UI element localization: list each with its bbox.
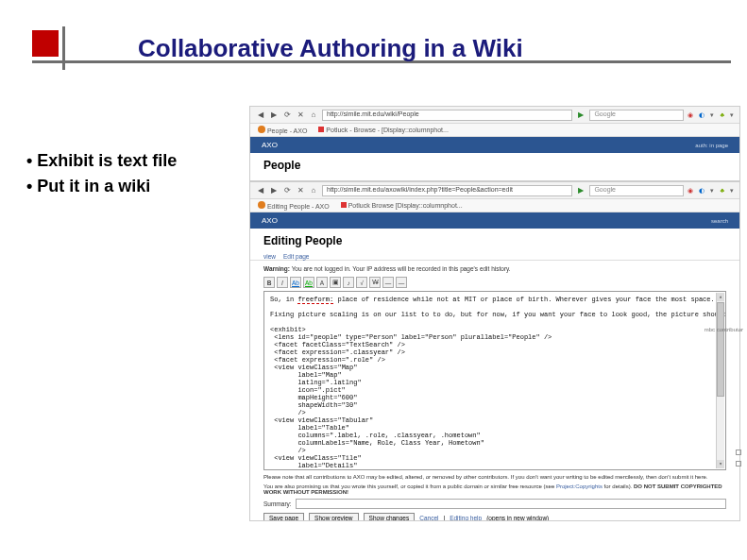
external-link-button[interactable]: Ab xyxy=(303,277,314,288)
editor-scrollbar[interactable]: ▴ ▾ xyxy=(716,293,724,468)
wiki-tabs: view Edit page xyxy=(250,249,739,261)
signature-button[interactable]: — xyxy=(382,277,394,288)
back-app-name: AXO xyxy=(262,141,278,149)
go-icon[interactable]: ▶ xyxy=(576,186,586,195)
save-row: Save page Show preview Show changes Canc… xyxy=(263,513,726,521)
front-bluebar: AXO search xyxy=(250,212,739,229)
addon-icon-1[interactable]: ◉ xyxy=(688,111,693,119)
bullet-2: Put it in a wiki xyxy=(26,177,177,196)
back-url-bar[interactable]: http://simile.mit.edu/wiki/People xyxy=(322,110,572,121)
editing-help-link[interactable]: Editing help xyxy=(450,515,482,521)
reload-icon[interactable]: ⟳ xyxy=(282,110,292,120)
logo-vertical-line xyxy=(62,26,65,70)
firefox-icon xyxy=(258,126,265,133)
front-toolbar-right: ◉ ◐ ▾ ♣ ▾ xyxy=(688,187,734,195)
back-bluebar-right: auth: in page xyxy=(695,143,728,148)
front-tab-2[interactable]: Potluck Browse [Display::columnphot... xyxy=(348,202,463,209)
back-search-bar[interactable]: Google xyxy=(589,110,684,121)
edit-toolbar: B I Ab Ab A ▣ ♪ √ W̶ — ― xyxy=(263,277,726,288)
front-app-name: AXO xyxy=(262,216,278,225)
tab-icon xyxy=(318,127,324,132)
show-changes-button[interactable]: Show changes xyxy=(364,513,416,521)
addon-icon-4[interactable]: ♣ xyxy=(720,111,724,119)
addon-icon-2[interactable]: ◐ xyxy=(699,187,705,195)
wiki-tab-edit[interactable]: Edit page xyxy=(283,253,309,260)
bullet-1: Exhibit is text file xyxy=(26,151,177,171)
home-icon[interactable]: ⌂ xyxy=(309,186,318,195)
slide-bullets: Exhibit is text file Put it in a wiki xyxy=(26,151,177,202)
slide-logo xyxy=(32,26,76,70)
headline-button[interactable]: A xyxy=(316,277,328,288)
summary-label: Summary: xyxy=(263,501,292,507)
front-bluebar-right: search xyxy=(711,218,728,224)
forward-button-icon[interactable]: ▶ xyxy=(269,110,279,120)
math-button[interactable]: √ xyxy=(356,277,367,288)
back-page-title: People xyxy=(250,153,739,174)
front-search-bar[interactable]: Google xyxy=(589,185,684,196)
image-button[interactable]: ▣ xyxy=(330,277,341,288)
media-button[interactable]: ♪ xyxy=(343,277,354,288)
back-button-icon[interactable]: ◀ xyxy=(256,186,265,195)
decor-box-2 xyxy=(736,461,741,467)
addon-icon-2[interactable]: ◐ xyxy=(699,111,705,119)
addon-icon-3[interactable]: ▾ xyxy=(710,187,714,195)
slide-title: Collaborative Authoring in a Wiki xyxy=(138,34,523,63)
wiki-tab-view[interactable]: view xyxy=(263,253,276,260)
reload-icon[interactable]: ⟳ xyxy=(282,186,292,195)
front-browser-toolbar: ◀ ▶ ⟳ ✕ ⌂ http://simile.mit.edu/axowiki/… xyxy=(250,182,739,199)
stop-icon[interactable]: ✕ xyxy=(296,186,305,195)
editor-textarea[interactable]: So, in freeform: place of residence whil… xyxy=(263,291,726,470)
forward-button-icon[interactable]: ▶ xyxy=(269,186,279,195)
scroll-down-arrow[interactable]: ▾ xyxy=(717,460,724,468)
screenshot-back: ◀ ▶ ⟳ ✕ ⌂ http://simile.mit.edu/wiki/Peo… xyxy=(249,106,740,181)
decor-box-1 xyxy=(736,450,741,455)
internal-link-button[interactable]: Ab xyxy=(290,277,301,288)
logo-red-square xyxy=(32,30,59,57)
contrib-fineprint-2: You are also promising us that you wrote… xyxy=(263,484,726,495)
scroll-thumb[interactable] xyxy=(717,302,724,397)
addon-icon-3[interactable]: ▾ xyxy=(710,111,714,119)
addon-icon-5[interactable]: ▾ xyxy=(730,187,734,195)
decor-contributor-label: mbc contributor xyxy=(705,327,743,332)
back-tab-1[interactable]: People - AXO xyxy=(267,127,307,134)
show-preview-button[interactable]: Show preview xyxy=(309,513,358,521)
home-icon[interactable]: ⌂ xyxy=(309,110,318,120)
front-page-title: Editing People xyxy=(250,229,739,249)
back-tab-2[interactable]: Potluck - Browse - [Display::columnphot.… xyxy=(326,127,449,133)
front-tabs: Editing People - AXO Potluck Browse [Dis… xyxy=(250,199,739,212)
front-tab-1[interactable]: Editing People - AXO xyxy=(267,203,330,210)
addon-icon-1[interactable]: ◉ xyxy=(688,187,693,195)
login-warning: Warning: You are not logged in. Your IP … xyxy=(263,265,726,272)
back-browser-toolbar: ◀ ▶ ⟳ ✕ ⌂ http://simile.mit.edu/wiki/Peo… xyxy=(250,107,739,124)
summary-row: Summary: xyxy=(263,499,726,509)
decor-boxes xyxy=(736,450,741,467)
bold-button[interactable]: B xyxy=(263,277,275,288)
editing-help-suffix: (opens in new window) xyxy=(486,515,549,521)
scroll-up-arrow[interactable]: ▴ xyxy=(717,293,724,301)
addon-icon-5[interactable]: ▾ xyxy=(730,111,734,119)
front-url-bar[interactable]: http://simile.mit.edu/axowiki/index.php?… xyxy=(322,185,572,196)
copyrights-link[interactable]: Project:Copyrights xyxy=(556,484,603,489)
back-button-icon[interactable]: ◀ xyxy=(256,110,265,120)
italic-button[interactable]: I xyxy=(277,277,288,288)
contrib-fineprint-1: Please note that all contributions to AX… xyxy=(263,474,726,480)
back-tabs: People - AXO Potluck - Browse - [Display… xyxy=(250,124,739,137)
back-bluebar: AXO auth: in page xyxy=(250,137,739,153)
summary-input[interactable] xyxy=(296,499,726,509)
save-page-button[interactable]: Save page xyxy=(263,513,304,521)
warning-label: Warning: xyxy=(263,265,290,272)
warning-text: You are not logged in. Your IP address w… xyxy=(292,265,511,272)
firefox-icon xyxy=(258,201,265,209)
stop-icon[interactable]: ✕ xyxy=(296,110,305,120)
nowiki-button[interactable]: W̶ xyxy=(369,277,381,288)
fineprint-2b: for details). xyxy=(603,484,634,489)
go-icon[interactable]: ▶ xyxy=(576,110,586,120)
screenshot-front: ◀ ▶ ⟳ ✕ ⌂ http://simile.mit.edu/axowiki/… xyxy=(249,181,740,521)
hr-button[interactable]: ― xyxy=(396,277,407,288)
cancel-link[interactable]: Cancel xyxy=(419,515,438,521)
tab-icon xyxy=(341,202,347,208)
addon-icon-4[interactable]: ♣ xyxy=(720,187,724,195)
back-toolbar-right: ◉ ◐ ▾ ♣ ▾ xyxy=(688,111,734,119)
